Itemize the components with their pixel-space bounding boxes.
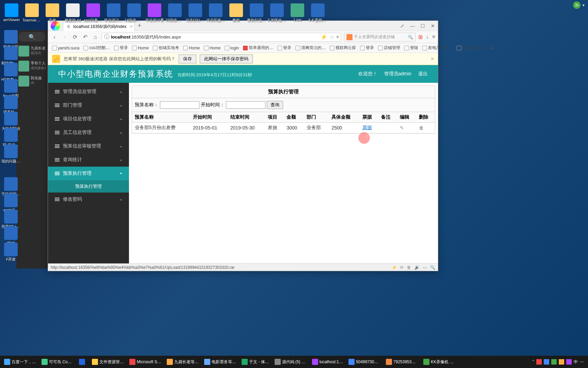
bookmark-item[interactable]: 登录 bbox=[276, 44, 293, 51]
desktop-icon[interactable]: shop bbox=[1, 226, 20, 245]
tray-app-icon[interactable] bbox=[559, 359, 564, 365]
chat-item[interactable]: 郭兆俊ok bbox=[16, 74, 48, 89]
url-dropdown-icon[interactable]: ▾ bbox=[336, 34, 339, 40]
desktop-icon[interactable]: 现的问题.docx bbox=[1, 144, 20, 164]
savebar-close-icon[interactable]: × bbox=[431, 56, 434, 62]
logout-link[interactable]: 退出 bbox=[418, 71, 428, 77]
taskbar-item[interactable]: Microsoft S… bbox=[127, 356, 164, 367]
taskbar-item[interactable]: localhost:1… bbox=[309, 356, 346, 367]
taskbar-item[interactable]: 792538535… bbox=[383, 356, 421, 367]
sidebar-menu-item[interactable]: 项目信息管理▸ bbox=[48, 112, 129, 126]
nav-back-button[interactable]: ‹ bbox=[51, 33, 58, 41]
status-bolt-icon[interactable]: ⚡ bbox=[392, 265, 397, 270]
taskbar-item[interactable]: 可可岛 Coc… bbox=[39, 356, 76, 367]
bookmark-item[interactable]: 视联网云探 bbox=[328, 44, 357, 51]
taskbar-item[interactable]: 于文 - 体… bbox=[239, 356, 272, 367]
save-password-button[interactable]: 保存 bbox=[179, 55, 196, 63]
tray-app-icon[interactable] bbox=[536, 359, 542, 365]
bookmark-item[interactable]: Home bbox=[131, 45, 150, 51]
chat-item[interactable]: 享有个人成功接收某 bbox=[16, 59, 48, 74]
bookmark-item[interactable]: 发电厂生产… bbox=[421, 44, 454, 51]
tray-app-icon[interactable] bbox=[566, 359, 572, 365]
browser-tab[interactable]: 🗎 localhost:16356/源代码/Index × bbox=[63, 22, 135, 31]
desktop-icon[interactable]: 3.30学生考试 bbox=[267, 3, 287, 23]
download-icon[interactable]: ↓ bbox=[426, 34, 429, 40]
chat-item[interactable]: 九袋长老我没问 bbox=[16, 44, 48, 59]
delete-icon[interactable]: 🗑 bbox=[419, 125, 424, 131]
filter-date-input[interactable] bbox=[226, 101, 265, 109]
site-info-icon[interactable]: ⓘ bbox=[104, 33, 110, 41]
taskbar-item[interactable]: 504997304… bbox=[346, 356, 383, 367]
desktop-icon[interactable]: 4-4 贵州官兴 bbox=[308, 3, 327, 23]
bookmark-item[interactable]: 登录 bbox=[359, 44, 375, 51]
desktop-icon[interactable]: 1.jpg bbox=[288, 3, 307, 22]
status-zoom-icon[interactable]: 🔍 bbox=[430, 265, 435, 270]
tray-app-icon[interactable] bbox=[544, 359, 549, 365]
bookmark-item[interactable]: Home bbox=[182, 45, 201, 51]
submenu-item[interactable]: 预算执行管理 bbox=[48, 180, 129, 193]
menu-icon[interactable]: ≡ bbox=[432, 34, 435, 40]
status-refresh-icon[interactable]: ⟳ bbox=[400, 265, 404, 270]
desktop-icon[interactable]: Teamviewer (远程软件… bbox=[22, 3, 42, 23]
sidebar-menu-item[interactable]: 预算执行管理▸ bbox=[48, 167, 129, 180]
bookmark-item[interactable]: Home bbox=[202, 45, 222, 51]
sidebar-menu-item[interactable]: 查询统计▸ bbox=[48, 153, 129, 167]
bookmark-item[interactable]: 清爽简洁的… bbox=[294, 44, 327, 51]
taskbar-item[interactable]: 百度一下，… bbox=[1, 356, 39, 367]
notification-badge[interactable]: 35 bbox=[573, 1, 581, 9]
window-minimize-icon[interactable]: — bbox=[407, 21, 418, 31]
bookmark-item[interactable]: 登录 bbox=[113, 44, 129, 51]
sidebar-menu-item[interactable]: 员工信息管理▸ bbox=[48, 126, 129, 139]
taskbar-item[interactable]: 九袋长老等3… bbox=[164, 356, 201, 367]
bookmark-item[interactable]: 登陆 bbox=[403, 44, 420, 51]
search-icon[interactable]: 🔍 bbox=[408, 35, 413, 40]
bookmark-item[interactable]: 店铺管理 bbox=[377, 44, 402, 51]
tray-app-icon[interactable] bbox=[551, 359, 557, 365]
desktop-icon[interactable]: 文件 bbox=[43, 3, 62, 23]
window-close-icon[interactable]: ✕ bbox=[428, 21, 438, 31]
query-button[interactable]: 查询 bbox=[267, 101, 283, 109]
status-trash-icon[interactable]: 🗑 bbox=[407, 265, 411, 270]
desktop-icon[interactable]: aopin2… bbox=[1, 194, 20, 212]
sidebar-menu-item[interactable]: 管理员信息管理▸ bbox=[48, 85, 129, 98]
browser-search-box[interactable]: 千人全屏同步进攻沙城 🔍 bbox=[344, 33, 415, 42]
window-maximize-icon[interactable]: ☐ bbox=[418, 21, 428, 31]
taskbar-item[interactable]: 电影票务等9… bbox=[201, 356, 239, 367]
taskbar-item[interactable]: KK录像机 0… bbox=[421, 356, 458, 367]
admin-link[interactable]: 管理员admin bbox=[384, 71, 411, 77]
tab-close-icon[interactable]: × bbox=[130, 24, 132, 29]
bookmarks-overflow-icon[interactable]: » bbox=[491, 46, 493, 50]
desktop-icon[interactable]: 毕业设计要 bbox=[145, 3, 164, 23]
bookmark-item[interactable]: yanshi.suca bbox=[51, 45, 81, 51]
desktop-icon[interactable]: 论文(21).doc bbox=[186, 3, 205, 23]
filter-name-input[interactable] bbox=[160, 101, 199, 109]
bookmark-item[interactable]: My JSP 'ind… bbox=[455, 45, 489, 51]
bookmark-item[interactable]: 简单通用的… bbox=[242, 44, 275, 51]
desktop-icon[interactable]: 教程 bbox=[227, 3, 246, 23]
bookmark-item[interactable]: login bbox=[223, 45, 240, 51]
new-tab-button[interactable]: + bbox=[137, 22, 141, 29]
bookmark-item[interactable]: css3挖酷… bbox=[82, 44, 111, 51]
desktop-icon[interactable]: 14级信管专 bbox=[125, 3, 144, 23]
nav-forward-button[interactable]: › bbox=[61, 33, 68, 41]
desktop-icon[interactable]: ssm问卷调… bbox=[84, 3, 103, 23]
tray-up-icon[interactable]: ˄ bbox=[532, 359, 534, 364]
status-split-icon[interactable]: ▭ bbox=[423, 265, 427, 270]
taskbar-item[interactable]: 文件资源管… bbox=[89, 356, 127, 367]
taskbar-item[interactable] bbox=[76, 356, 89, 367]
url-bar[interactable]: ⓘ localhost:16356/源代码/Index.aspx ⚡ ☆ ▾ bbox=[102, 33, 341, 42]
desktop-icon[interactable]: amViewer bbox=[2, 3, 21, 22]
url-star-icon[interactable]: ☆ bbox=[329, 34, 334, 40]
nav-home-button[interactable]: ⌂ bbox=[92, 33, 99, 41]
nav-reload-button[interactable]: ⟳ bbox=[71, 33, 79, 41]
desktop-icon[interactable]: 餐饮行业从业 bbox=[247, 3, 266, 23]
taskbar-item[interactable]: 源代码 (5) -… bbox=[272, 356, 309, 367]
tray-more-icon[interactable]: ⋯ bbox=[580, 359, 584, 364]
sidebar-menu-item[interactable]: 部门管理▸ bbox=[48, 98, 129, 112]
nav-restore-button[interactable]: ↶ bbox=[81, 33, 89, 41]
status-sound-icon[interactable]: 🔊 bbox=[414, 265, 420, 270]
im-search[interactable]: 🔍 bbox=[18, 32, 46, 42]
desktop-icon[interactable]: 毕业设计说明 bbox=[104, 3, 123, 23]
never-save-password-button[interactable]: 此网站一律不保存密码 bbox=[200, 55, 253, 63]
window-pin-icon[interactable]: ⤢ bbox=[397, 21, 407, 31]
